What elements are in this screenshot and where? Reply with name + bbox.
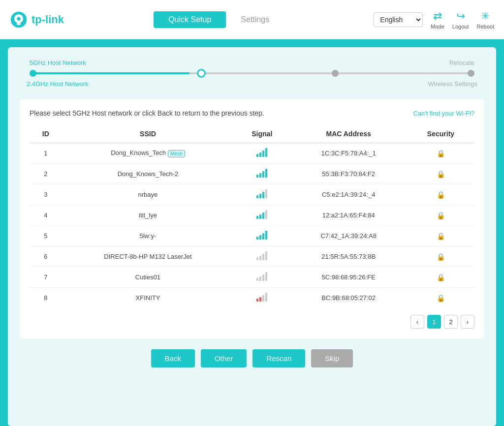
signal-bars-icon xyxy=(256,210,267,219)
table-row[interactable]: 7Cuties015C:98:68:95:26:FE🔒 xyxy=(30,267,474,288)
cell-id: 4 xyxy=(30,205,62,226)
progress-step3-label: Wireless Settings xyxy=(428,80,477,88)
page-2-button[interactable]: 2 xyxy=(444,315,458,329)
cell-signal xyxy=(234,205,290,226)
col-signal: Signal xyxy=(234,125,290,143)
reboot-button[interactable]: ✳ Reboot xyxy=(477,10,494,30)
reboot-icon: ✳ xyxy=(481,10,490,23)
lock-icon: 🔒 xyxy=(437,212,445,219)
bottom-buttons: Back Other Rescan Skip xyxy=(20,349,484,367)
cell-id: 1 xyxy=(30,143,62,164)
progress-area: 5GHz Host Network Relocate 2.4GHz Host N… xyxy=(20,59,484,88)
cell-security: 🔒 xyxy=(407,143,474,164)
wifi-table-body: 1Dong_Knows_TechMesh1C:3C:F5:78:A4:_1🔒2D… xyxy=(30,143,474,308)
logout-button[interactable]: ↪ Logout xyxy=(452,10,469,30)
mode-icon: ⇄ xyxy=(433,10,442,23)
logout-label: Logout xyxy=(452,24,469,30)
cell-security: 🔒 xyxy=(407,205,474,226)
cell-ssid: Dong_Knows_Tech-2 xyxy=(62,164,234,184)
content-description: Please select 5GHz Host network or click… xyxy=(30,109,264,117)
signal-bars-icon xyxy=(256,251,267,260)
skip-button[interactable]: Skip xyxy=(311,349,353,367)
col-id: ID xyxy=(30,125,62,143)
logout-icon: ↪ xyxy=(456,10,465,23)
cell-id: 8 xyxy=(30,288,62,308)
table-header: ID SSID Signal MAC Address Security xyxy=(30,125,474,143)
table-row[interactable]: 3nrbayeC5:e2:1A:39:24:_4🔒 xyxy=(30,184,474,205)
lock-icon: 🔒 xyxy=(437,150,445,157)
back-button[interactable]: Back xyxy=(151,349,195,367)
cell-ssid: nrbaye xyxy=(62,184,234,205)
cell-security: 🔒 xyxy=(407,184,474,205)
table-row[interactable]: 4itit_lye12:a2:1A:65:F4:84🔒 xyxy=(30,205,474,226)
progress-dot-4 xyxy=(468,70,474,77)
cell-signal xyxy=(234,184,290,205)
tab-settings[interactable]: Settings xyxy=(226,11,284,28)
tplink-logo-icon xyxy=(10,11,28,29)
cell-signal xyxy=(234,246,290,267)
cell-id: 5 xyxy=(30,226,62,246)
signal-bars-icon xyxy=(256,148,267,157)
progress-step4-label: Relocate xyxy=(449,59,474,66)
page-next-button[interactable]: › xyxy=(461,315,474,329)
cell-mac: C7:42_1A:39:24:A8 xyxy=(290,226,407,246)
table-row[interactable]: 8XFINITYBC:9B:68:05:27:02🔒 xyxy=(30,288,474,308)
tab-quick-setup[interactable]: Quick Setup xyxy=(154,11,226,28)
cell-security: 🔒 xyxy=(407,164,474,184)
cell-mac: 1C:3C:F5:78:A4:_1 xyxy=(290,143,407,164)
mode-button[interactable]: ⇄ Mode xyxy=(431,10,444,30)
col-ssid: SSID xyxy=(62,125,234,143)
table-row[interactable]: 55lw:y-C7:42_1A:39:24:A8🔒 xyxy=(30,226,474,246)
content-header: Please select 5GHz Host network or click… xyxy=(30,109,474,117)
table-row[interactable]: 1Dong_Knows_TechMesh1C:3C:F5:78:A4:_1🔒 xyxy=(30,143,474,164)
cell-mac: 5C:98:68:95:26:FE xyxy=(290,267,407,288)
lock-icon: 🔒 xyxy=(437,191,445,199)
reboot-label: Reboot xyxy=(477,24,494,30)
cell-id: 3 xyxy=(30,184,62,205)
cant-find-wifi-link[interactable]: Can't find your Wi-Fi? xyxy=(413,110,474,117)
progress-labels-bottom: 2.4GHz Host Network Wireless Settings xyxy=(20,80,484,88)
lock-icon: 🔒 xyxy=(437,294,445,302)
logo-area: tp-link xyxy=(10,11,64,29)
cell-mac: 55:3B:F3:70:84:F2 xyxy=(290,164,407,184)
cell-mac: BC:9B:68:05:27:02 xyxy=(290,288,407,308)
cell-id: 7 xyxy=(30,267,62,288)
cell-signal xyxy=(234,164,290,184)
table-header-row: ID SSID Signal MAC Address Security xyxy=(30,125,474,143)
cell-security: 🔒 xyxy=(407,288,474,308)
content-box: Please select 5GHz Host network or click… xyxy=(20,99,484,338)
cell-signal xyxy=(234,226,290,246)
wifi-table: ID SSID Signal MAC Address Security 1Don… xyxy=(30,125,474,308)
signal-bars-icon xyxy=(256,272,267,281)
cell-mac: 21:5R:5A:55:73:8B xyxy=(290,246,407,267)
svg-point-1 xyxy=(17,17,20,20)
cell-ssid: 5lw:y- xyxy=(62,226,234,246)
rescan-button[interactable]: Rescan xyxy=(252,349,305,367)
progress-line xyxy=(30,72,474,74)
mode-label: Mode xyxy=(431,24,444,30)
cell-ssid: DIRECT-8b-HP M132 LaserJet xyxy=(62,246,234,267)
cell-security: 🔒 xyxy=(407,226,474,246)
lock-icon: 🔒 xyxy=(437,170,445,178)
table-row[interactable]: 2Dong_Knows_Tech-255:3B:F3:70:84:F2🔒 xyxy=(30,164,474,184)
nav-tabs: Quick Setup Settings xyxy=(64,11,374,28)
cell-id: 2 xyxy=(30,164,62,184)
cell-id: 6 xyxy=(30,246,62,267)
cell-mac: C5:e2:1A:39:24:_4 xyxy=(290,184,407,205)
progress-dot-2 xyxy=(197,69,206,78)
main-content: 5GHz Host Network Relocate 2.4GHz Host N… xyxy=(8,47,496,426)
signal-bars-icon xyxy=(256,293,267,302)
table-row[interactable]: 6DIRECT-8b-HP M132 LaserJet21:5R:5A:55:7… xyxy=(30,246,474,267)
language-select[interactable]: English Chinese French xyxy=(374,12,423,27)
logo-text: tp-link xyxy=(32,13,64,26)
progress-dot-1 xyxy=(30,70,36,77)
other-button[interactable]: Other xyxy=(201,349,247,367)
pagination: ‹ 1 2 › xyxy=(30,315,474,329)
page-prev-button[interactable]: ‹ xyxy=(410,315,424,329)
cell-ssid: Cuties01 xyxy=(62,267,234,288)
cell-signal xyxy=(234,288,290,308)
lock-icon: 🔒 xyxy=(437,232,445,240)
cell-security: 🔒 xyxy=(407,246,474,267)
page-1-button[interactable]: 1 xyxy=(427,315,441,329)
progress-fill xyxy=(30,72,189,74)
